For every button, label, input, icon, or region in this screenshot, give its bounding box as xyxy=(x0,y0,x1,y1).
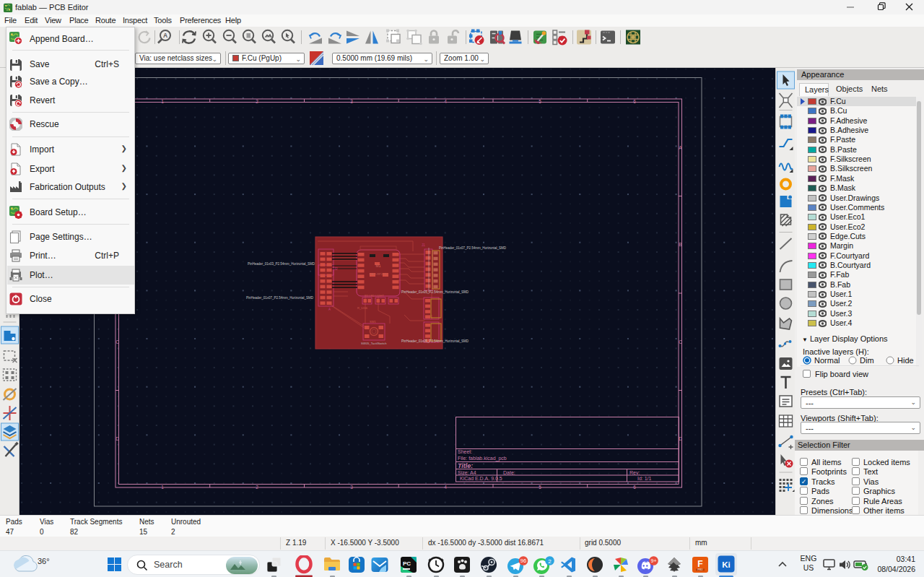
svg-text:C: C xyxy=(116,339,119,344)
svg-text:Date:: Date: xyxy=(503,470,515,475)
svg-text:96: 96 xyxy=(520,558,526,564)
svg-text:A: A xyxy=(163,32,167,39)
svg-text:6: 6 xyxy=(633,99,636,104)
svg-text:A: A xyxy=(679,145,682,150)
svg-text:6: 6 xyxy=(633,485,636,490)
svg-text:PC: PC xyxy=(403,560,411,567)
svg-text:PinHeader_01x07_P2.54mm_Horizo: PinHeader_01x07_P2.54mm_Horizontal_SMD xyxy=(439,246,507,250)
svg-text:File: fablab.kicad_pcb: File: fablab.kicad_pcb xyxy=(458,456,507,461)
svg-text:KiCad E.D.A. 9.0.5: KiCad E.D.A. 9.0.5 xyxy=(460,476,502,481)
svg-text:5: 5 xyxy=(539,485,541,490)
svg-text:3: 3 xyxy=(350,485,353,490)
svg-text:1: 1 xyxy=(161,99,164,104)
svg-text:Ki: Ki xyxy=(722,560,731,569)
svg-text:Rev:: Rev: xyxy=(629,470,640,475)
svg-text:SW05_TactilSwitch: SW05_TactilSwitch xyxy=(361,342,387,345)
svg-text:3: 3 xyxy=(350,99,353,104)
svg-text:4: 4 xyxy=(444,485,447,490)
svg-text:J2: J2 xyxy=(334,267,338,271)
svg-text:2: 2 xyxy=(256,485,258,490)
svg-text:PRO: PRO xyxy=(698,568,703,571)
svg-text:4: 4 xyxy=(444,99,447,104)
svg-text:A: A xyxy=(328,308,331,311)
svg-text:PinHeader_01x05_P2.54mm_Horizo: PinHeader_01x05_P2.54mm_Horizontal_SMD xyxy=(401,339,469,343)
svg-text:2: 2 xyxy=(548,558,552,565)
svg-text:F: F xyxy=(697,559,702,569)
svg-text:5: 5 xyxy=(539,99,541,104)
svg-text:C: C xyxy=(679,339,682,344)
svg-text:M1: M1 xyxy=(376,264,381,268)
svg-text:XIAO-RP2040: XIAO-RP2040 xyxy=(369,272,388,276)
svg-text:Id: 1/1: Id: 1/1 xyxy=(637,476,652,481)
svg-text:J1: J1 xyxy=(422,243,425,247)
svg-text:9+: 9+ xyxy=(651,558,657,563)
svg-text:D: D xyxy=(116,436,119,441)
svg-text:SW1: SW1 xyxy=(370,320,376,324)
svg-text:R_1206: R_1206 xyxy=(357,306,368,310)
svg-text:Sheet:: Sheet: xyxy=(458,449,472,454)
svg-text:PinHeader_01x03_P2.54mm_Horizo: PinHeader_01x03_P2.54mm_Horizontal_SMD xyxy=(248,262,315,266)
svg-text:Size: A4: Size: A4 xyxy=(458,470,476,475)
svg-text:R1 LED LIGHT: R1 LED LIGHT xyxy=(365,294,384,298)
svg-text:PinHeader_01x05_P2.54mm_Horizo: PinHeader_01x05_P2.54mm_Horizontal_SMD xyxy=(401,290,469,294)
svg-text:B: B xyxy=(679,242,681,247)
svg-text:36°: 36° xyxy=(38,557,50,565)
svg-text:2: 2 xyxy=(256,99,258,104)
svg-text:Title:: Title: xyxy=(458,462,473,469)
svg-text:1: 1 xyxy=(161,485,164,490)
svg-text:PinHeader_01x07_P2.54mm_Horizo: PinHeader_01x07_P2.54mm_Horizontal_SMD xyxy=(246,296,314,300)
